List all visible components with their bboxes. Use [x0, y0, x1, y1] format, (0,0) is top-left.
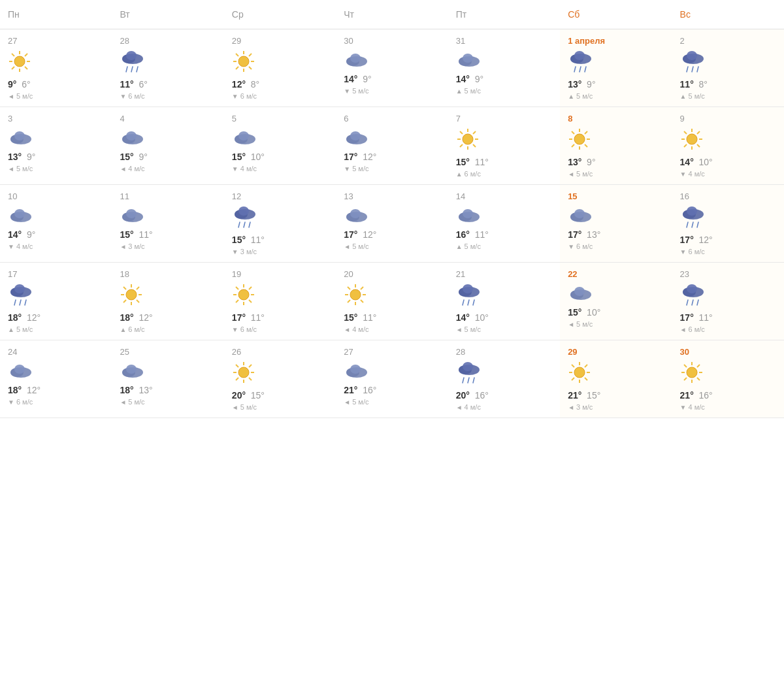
- svg-line-71: [572, 144, 574, 147]
- wind-info: ▼5 м/с: [344, 87, 440, 95]
- wind-speed: 5 м/с: [465, 242, 481, 250]
- wind-direction-icon: ◄: [456, 326, 463, 333]
- day-header-Вт: Вт: [112, 5, 223, 24]
- wind-speed: 5 м/с: [352, 242, 368, 250]
- wind-direction-icon: ▲: [456, 243, 463, 250]
- day-header-Чт: Чт: [336, 5, 448, 24]
- svg-line-6: [25, 67, 27, 69]
- temperatures: 20° 15°: [232, 390, 328, 401]
- wind-direction-icon: ▲: [568, 93, 574, 100]
- svg-line-194: [684, 365, 687, 367]
- svg-line-167: [236, 365, 238, 367]
- svg-line-34: [580, 67, 581, 72]
- temp-low: 12°: [27, 312, 41, 323]
- wind-info: ◄5 м/с: [8, 165, 104, 172]
- wind-speed: 3 м/с: [128, 242, 144, 250]
- wind-direction-icon: ◄: [120, 165, 126, 172]
- weather-icon-sun: [232, 361, 328, 386]
- wind-speed: 6 м/с: [240, 92, 257, 100]
- wind-speed: 5 м/с: [128, 398, 144, 406]
- wind-speed: 4 м/с: [465, 403, 481, 411]
- temperatures: 21° 15°: [568, 390, 664, 401]
- temp-high: 18°: [8, 385, 22, 395]
- svg-line-20: [236, 54, 238, 56]
- temp-high: 13°: [8, 152, 22, 162]
- svg-line-13: [131, 67, 133, 72]
- svg-line-121: [137, 287, 139, 289]
- svg-line-122: [123, 300, 126, 303]
- svg-point-189: [687, 367, 697, 378]
- svg-line-177: [463, 378, 464, 383]
- temp-low: 11°: [475, 157, 489, 167]
- svg-line-21: [249, 67, 252, 69]
- weather-icon-cloud: [344, 361, 440, 381]
- svg-line-23: [236, 67, 238, 69]
- weather-icon-cloud: [344, 50, 440, 70]
- temp-low: 9°: [27, 229, 35, 240]
- wind-direction-icon: ◄: [8, 165, 14, 172]
- temp-high: 17°: [232, 312, 246, 323]
- wind-speed: 5 м/с: [352, 165, 368, 172]
- day-cell-3-3: 20 15° 11°◄4 м/с: [336, 263, 448, 340]
- day-cell-4-1: 25 18° 13°◄5 м/с: [112, 340, 223, 418]
- svg-point-89: [238, 206, 249, 216]
- svg-point-114: [126, 289, 137, 300]
- svg-line-68: [572, 131, 574, 134]
- temp-low: 12°: [363, 229, 376, 240]
- svg-line-92: [249, 222, 250, 227]
- day-cell-4-2: 26 20° 15°◄5 м/с: [224, 340, 336, 418]
- temp-high: 12°: [232, 79, 246, 90]
- weather-icon-sun: [344, 283, 440, 308]
- svg-point-29: [463, 54, 473, 63]
- wind-speed: 6 м/с: [128, 92, 144, 100]
- wind-speed: 4 м/с: [688, 170, 704, 178]
- temperatures: 20° 16°: [456, 390, 552, 401]
- wind-direction-icon: ▲: [120, 326, 126, 333]
- day-cell-0-6: 2 11° 8°▲5 м/с: [672, 29, 784, 107]
- weather-icon-cloud: [568, 283, 664, 303]
- week-row-0: 27 9° 6°◄5 м/с28 11° 6°▼6 м/с29: [0, 29, 784, 107]
- svg-point-173: [350, 365, 361, 374]
- day-cell-0-0: 27 9° 6°◄5 м/с: [0, 29, 112, 107]
- temperatures: 18° 12°: [8, 312, 104, 323]
- day-number: 29: [568, 347, 664, 357]
- wind-direction-icon: ▼: [232, 93, 238, 100]
- temp-low: 11°: [699, 312, 713, 323]
- wind-info: ▼6 м/с: [120, 92, 216, 100]
- svg-point-132: [350, 289, 361, 300]
- temp-low: 10°: [587, 307, 600, 318]
- svg-point-63: [574, 134, 585, 144]
- calendar: ПнВтСрЧтПтСбВс 27 9° 6°◄5 м/с28 11: [0, 0, 784, 418]
- temperatures: 18° 12°: [120, 312, 216, 323]
- temperatures: 13° 9°: [568, 157, 664, 167]
- svg-point-104: [687, 206, 697, 216]
- temperatures: 15° 9°: [120, 152, 216, 162]
- svg-line-106: [692, 222, 693, 227]
- temp-low: 13°: [139, 385, 152, 395]
- wind-info: ▼4 м/с: [232, 165, 328, 172]
- temperatures: 17° 12°: [344, 152, 440, 162]
- weather-icon-rain: [680, 50, 776, 75]
- wind-speed: 5 м/с: [576, 170, 593, 178]
- svg-point-86: [126, 209, 137, 218]
- svg-point-26: [350, 54, 361, 63]
- svg-line-129: [249, 300, 252, 303]
- svg-point-95: [350, 209, 361, 218]
- temperatures: 15° 10°: [232, 152, 328, 162]
- svg-line-185: [572, 365, 574, 367]
- weather-icon-rain: [680, 283, 776, 308]
- wind-direction-icon: ◄: [568, 321, 574, 328]
- weather-icon-cloud: [120, 127, 216, 148]
- wind-info: ▲6 м/с: [456, 170, 552, 178]
- temperatures: 11° 8°: [680, 79, 776, 90]
- svg-line-112: [20, 300, 21, 305]
- day-header-Вс: Вс: [672, 5, 784, 24]
- day-cell-3-6: 23 17° 11°◄6 м/с: [672, 263, 784, 340]
- svg-point-101: [574, 209, 585, 218]
- weather-icon-sun: [120, 283, 216, 308]
- day-number: 25: [120, 347, 216, 357]
- wind-direction-icon: ◄: [344, 326, 350, 333]
- weather-icon-cloud: [8, 127, 104, 148]
- svg-line-111: [14, 300, 16, 305]
- weather-icon-rain: [456, 361, 552, 386]
